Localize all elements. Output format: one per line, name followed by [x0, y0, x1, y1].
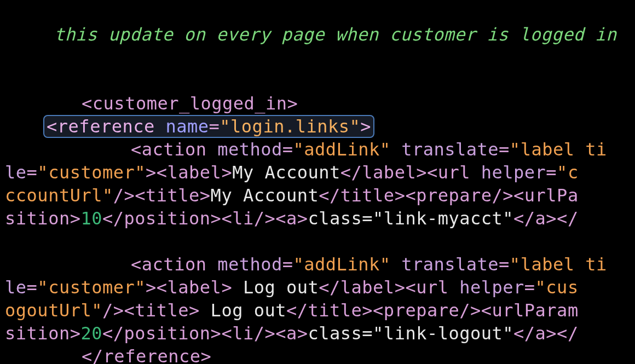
xml-tag: <title>: [124, 300, 199, 321]
xml-string: "login.links": [220, 116, 360, 137]
xml-string: "customer": [37, 162, 146, 183]
xml-string: ogoutUrl": [5, 300, 102, 321]
xml-attr: method: [217, 139, 282, 160]
xml-text: My Account: [232, 162, 340, 183]
xml-string: "label ti: [510, 139, 607, 160]
xml-eq: =: [209, 116, 220, 137]
xml-tag: />: [102, 300, 124, 321]
xml-tag: </: [557, 208, 579, 229]
xml-string: ccountUrl": [5, 185, 113, 206]
xml-text: class="link-myacct": [308, 208, 514, 229]
xml-tag: </a>: [513, 208, 557, 229]
xml-tag: </a>: [513, 323, 557, 344]
blank-line: [0, 46, 635, 69]
xml-string: "addLink": [293, 139, 391, 160]
xml-tag: <title>: [135, 185, 210, 206]
xml-text: Log out: [200, 300, 286, 321]
xml-tag: </label>: [340, 162, 427, 183]
xml-tag: sition>: [5, 323, 80, 344]
xml-tag: <urlParam: [481, 300, 579, 321]
xml-tag: </: [557, 323, 579, 344]
xml-tag: <a>: [275, 323, 308, 344]
xml-string: "cus: [535, 277, 579, 298]
xml-tag-name: action: [142, 254, 207, 275]
xml-tag: </position>: [102, 323, 221, 344]
xml-number: 20: [80, 323, 102, 344]
xml-tag: <url: [405, 277, 448, 298]
xml-tag: <li/>: [221, 323, 275, 344]
xml-attr: method: [217, 254, 282, 275]
code-line: <action method="addLink" translate="labe…: [0, 230, 635, 253]
xml-tag: <: [131, 139, 142, 160]
xml-number: 10: [80, 208, 102, 229]
xml-attr: translate: [401, 139, 499, 160]
highlighted-selection[interactable]: <reference name="login.links">: [43, 115, 374, 138]
xml-tag: <li/>: [221, 208, 275, 229]
xml-attr: le: [5, 277, 27, 298]
xml-text: Log out: [232, 277, 319, 298]
xml-tag-name: reference: [57, 116, 155, 137]
xml-tag: </title>: [319, 185, 405, 206]
xml-attr: name: [165, 116, 209, 137]
xml-tag: </label>: [319, 277, 405, 298]
xml-attr: helper: [459, 277, 524, 298]
xml-attr: le: [5, 162, 27, 183]
xml-tag: <label>: [157, 277, 232, 298]
xml-tag: >: [146, 277, 157, 298]
xml-attr: translate: [401, 254, 499, 275]
xml-tag: />: [113, 185, 135, 206]
xml-string: "customer": [37, 277, 146, 298]
xml-tag: <: [131, 254, 142, 275]
code-line-comment: this update on every page when customer …: [0, 0, 635, 23]
code-line: <customer_logged_in>: [0, 69, 635, 92]
xml-tag: </reference>: [82, 346, 211, 364]
xml-tag: >: [360, 116, 371, 137]
xml-tag: <prepare/>: [373, 300, 481, 321]
comment-text: this update on every page when customer …: [43, 24, 617, 45]
xml-attr: helper: [481, 162, 546, 183]
xml-tag: <url: [427, 162, 470, 183]
xml-text: My Account: [211, 185, 319, 206]
xml-tag: <: [47, 116, 57, 137]
xml-tag: </title>: [286, 300, 373, 321]
xml-tag: <urlPa: [513, 185, 579, 206]
xml-tag: <label>: [157, 162, 232, 183]
xml-text: class="link-logout": [308, 323, 514, 344]
xml-tag: <a>: [275, 208, 308, 229]
xml-tag: </position>: [102, 208, 221, 229]
xml-string: "label ti: [510, 254, 607, 275]
xml-tag-name: action: [142, 139, 207, 160]
xml-tag: <prepare/>: [405, 185, 513, 206]
code-editor[interactable]: this update on every page when customer …: [0, 0, 635, 345]
xml-string: "c: [557, 162, 579, 183]
xml-tag: >: [146, 162, 157, 183]
xml-tag: <customer_logged_in>: [82, 93, 298, 114]
xml-string: "addLink": [293, 254, 391, 275]
xml-tag: sition>: [5, 208, 80, 229]
